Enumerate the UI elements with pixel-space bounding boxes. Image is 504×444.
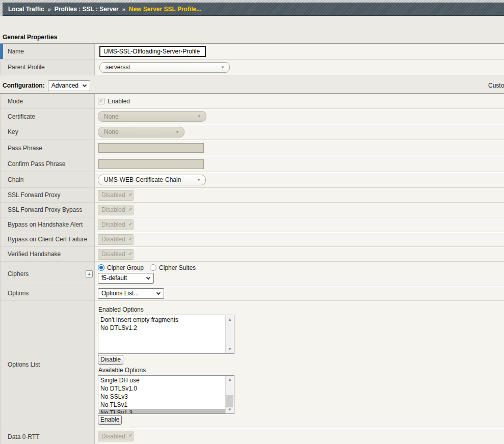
key-label: Key <box>8 128 18 135</box>
available-options-scrollbar[interactable]: ▲ ▼ <box>225 376 234 414</box>
chevron-down-icon <box>129 223 132 226</box>
chevron-down-icon <box>129 237 132 240</box>
data-0rtt-label: Data 0-RTT <box>8 433 39 440</box>
row-bypass-on-client-cert-failure: Bypass on Client Cert Failure Disabled <box>0 232 504 247</box>
bypass-on-client-cert-failure-label: Bypass on Client Cert Failure <box>8 236 87 243</box>
available-options-listbox[interactable]: Single DH useNo DTLSv1.0No SSLv3No TLSv1… <box>98 375 234 414</box>
enabled-options-label: Enabled Options <box>98 306 144 313</box>
list-option[interactable]: No DTLSv1.2 <box>99 324 225 332</box>
configuration-view-select[interactable]: Advanced <box>48 80 90 91</box>
row-ssl-forward-proxy: SSL Forward Proxy Disabled <box>0 188 504 203</box>
row-key: Key None ▼ <box>0 124 504 140</box>
confirm-pass-phrase-label: Confirm Pass Phrase <box>8 160 65 168</box>
data-0rtt-select: Disabled <box>98 431 134 441</box>
row-ciphers: Ciphers + Cipher GroupCipher Suites f5-d… <box>0 262 504 286</box>
bypass-on-handshake-alert-label: Bypass on Handshake Alert <box>8 221 83 228</box>
breadcrumb: Local Traffic » Profiles : SSL : Server … <box>3 3 504 16</box>
chevron-down-icon <box>129 208 132 211</box>
options-select[interactable]: Options List... <box>98 288 164 299</box>
chain-label: Chain <box>8 176 23 183</box>
cipher-group-select[interactable]: f5-default <box>98 273 154 284</box>
confirm-pass-phrase-input <box>98 159 204 169</box>
available-options-items: Single DH useNo DTLSv1.0No SSLv3No TLSv1… <box>99 376 225 413</box>
enabled-options-scrollbar[interactable]: ▲ ▼ <box>225 315 234 353</box>
ciphers-label: Ciphers <box>8 270 29 277</box>
key-select: None ▼ <box>98 127 184 137</box>
available-options-label: Available Options <box>98 367 146 374</box>
name-input[interactable] <box>99 46 206 57</box>
mode-enabled-checkbox[interactable] <box>98 98 104 104</box>
dropdown-arrow-icon: ▼ <box>221 65 225 70</box>
ciphers-expand-button[interactable]: + <box>86 270 93 277</box>
pass-phrase-label: Pass Phrase <box>8 145 42 152</box>
ssl-forward-proxy-label: SSL Forward Proxy <box>8 191 61 199</box>
server-ssl-profile-page: { "breadcrumb": { "separator": "\u00bb",… <box>0 0 504 444</box>
cipher-group-radio[interactable] <box>98 264 104 271</box>
parent-profile-select[interactable]: serverssl ▼ <box>99 62 230 73</box>
breadcrumb-separator-icon: » <box>122 6 125 12</box>
configuration-table: Mode Enabled Certificate None ▼ Key None… <box>0 93 504 444</box>
row-bypass-on-handshake-alert: Bypass on Handshake Alert Disabled <box>0 217 504 232</box>
custom-column-header: Custom <box>488 82 504 89</box>
row-parent-profile: Parent Profile serverssl ▼ <box>0 60 504 75</box>
verified-handshake-label: Verified Handshake <box>8 251 61 258</box>
options-list-label: Options List <box>8 361 40 368</box>
mode-enabled-checkbox-label: Enabled <box>108 98 130 105</box>
list-option[interactable]: No TLSv1 <box>99 401 225 409</box>
list-option[interactable]: No DTLSv1.0 <box>99 384 225 393</box>
chevron-down-icon <box>129 252 132 255</box>
mode-label: Mode <box>8 98 23 105</box>
row-certificate: Certificate None ▼ <box>0 109 504 124</box>
chevron-down-icon <box>146 275 150 279</box>
configuration-header: Configuration: Advanced <box>3 80 504 91</box>
certificate-select: None ▼ <box>98 111 206 122</box>
row-mode: Mode Enabled <box>0 94 504 109</box>
list-option[interactable]: Single DH use <box>99 376 225 384</box>
chevron-down-icon <box>83 82 87 87</box>
general-properties-title: General Properties <box>3 34 504 41</box>
disable-button[interactable]: Disable <box>98 355 123 365</box>
scroll-down-icon[interactable]: ▼ <box>226 345 234 353</box>
row-name: Name <box>0 44 504 60</box>
breadcrumb-current-page: New Server SSL Profile... <box>129 6 202 13</box>
ssl-forward-proxy-bypass-label: SSL Forward Proxy Bypass <box>8 206 82 213</box>
breadcrumb-profiles-ssl-server[interactable]: Profiles : SSL : Server <box>55 6 119 13</box>
chevron-down-icon <box>129 193 132 196</box>
dropdown-arrow-icon: ▼ <box>197 178 201 182</box>
cipher-suites-radio[interactable] <box>150 264 156 271</box>
certificate-label: Certificate <box>8 113 35 120</box>
row-options: Options Options List... <box>0 286 504 301</box>
name-label: Name <box>8 48 24 55</box>
scroll-down-icon[interactable]: ▼ <box>226 405 234 413</box>
row-ssl-forward-proxy-bypass: SSL Forward Proxy Bypass Disabled <box>0 203 504 217</box>
ssl-forward-proxy-bypass-select: Disabled <box>98 205 134 215</box>
general-properties-table: Name Parent Profile serverssl ▼ <box>0 43 504 75</box>
list-option[interactable]: No TLSv1.3 <box>99 409 225 414</box>
parent-profile-label: Parent Profile <box>8 64 45 71</box>
verified-handshake-select: Disabled <box>98 249 134 260</box>
row-options-list: Options List Enabled Options Don't inser… <box>0 301 504 428</box>
bypass-on-handshake-alert-select: Disabled <box>98 219 134 230</box>
row-chain: Chain UMS-WEB-Certificate-Chain ▼ <box>0 172 504 188</box>
enabled-options-listbox[interactable]: Don't insert empty fragmentsNo DTLSv1.2 … <box>98 315 234 354</box>
list-option[interactable]: No SSLv3 <box>99 393 225 401</box>
ssl-forward-proxy-select: Disabled <box>98 190 134 201</box>
scroll-up-icon[interactable]: ▲ <box>226 376 234 384</box>
row-verified-handshake: Verified Handshake Disabled <box>0 247 504 262</box>
enabled-options-items: Don't insert empty fragmentsNo DTLSv1.2 <box>99 316 225 353</box>
row-data-0rtt: Data 0-RTT Disabled <box>0 428 504 444</box>
dropdown-arrow-icon: ▼ <box>197 114 201 119</box>
chain-select[interactable]: UMS-WEB-Certificate-Chain ▼ <box>98 175 206 185</box>
breadcrumb-local-traffic[interactable]: Local Traffic <box>8 6 44 13</box>
options-label: Options <box>8 290 29 297</box>
dropdown-arrow-icon: ▼ <box>175 130 179 134</box>
enable-button[interactable]: Enable <box>98 415 122 425</box>
cipher-group-radio-label: Cipher Group <box>107 264 144 271</box>
configuration-label: Configuration: <box>3 82 45 89</box>
cipher-suites-radio-label: Cipher Suites <box>159 264 196 271</box>
scroll-up-icon[interactable]: ▲ <box>226 315 234 323</box>
row-pass-phrase: Pass Phrase <box>0 140 504 156</box>
chevron-down-icon <box>156 290 161 294</box>
list-option[interactable]: Don't insert empty fragments <box>99 316 225 324</box>
row-confirm-pass-phrase: Confirm Pass Phrase <box>0 156 504 172</box>
